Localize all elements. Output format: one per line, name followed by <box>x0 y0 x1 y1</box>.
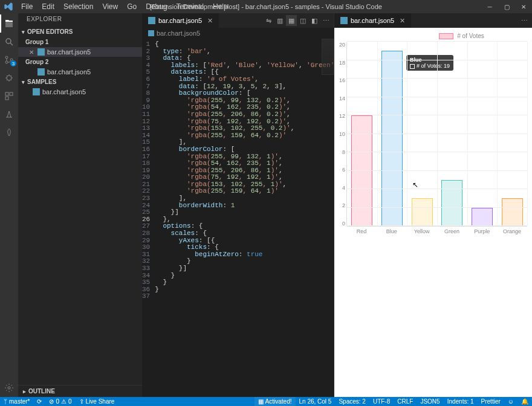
status-branch[interactable]: ᛘ master* <box>0 397 33 406</box>
samples-section[interactable]: ▾samples <box>18 77 142 87</box>
status-feedback-icon[interactable]: ☺ <box>504 397 517 406</box>
open-editors-label: Open Editors <box>27 28 73 35</box>
breadcrumb-label: bar.chart.json5 <box>157 30 200 37</box>
group-2-header[interactable]: Group 2 <box>18 57 142 67</box>
close-icon[interactable]: ✕ <box>29 49 34 56</box>
bar-red[interactable] <box>351 115 372 226</box>
json-file-icon <box>33 88 40 95</box>
json-file-icon <box>148 30 154 36</box>
svg-point-2 <box>5 61 8 63</box>
status-sync[interactable]: ⟳ <box>33 397 45 406</box>
window-title: [Extension Development Host] - bar.chart… <box>150 3 382 10</box>
group-1-label: Group 1 <box>25 39 48 45</box>
group-1-header[interactable]: Group 1 <box>18 37 142 47</box>
bar-green[interactable] <box>441 180 462 226</box>
tab-bar-2: bar.chart.json5 ✕ ⋯ <box>334 13 532 28</box>
outline-section[interactable]: ▸Outline <box>18 385 142 397</box>
activity-search-icon[interactable] <box>0 33 18 51</box>
chart-tooltip: Blue # of Votes: 19 <box>406 55 453 71</box>
bar-yellow[interactable] <box>412 198 433 226</box>
status-lang[interactable]: JSON5 <box>417 397 443 406</box>
chart-legend[interactable]: # of Votes <box>396 33 527 39</box>
tab-bar: bar.chart.json5 ✕ ⇋ ▥ ▦ ◫ ◧ ⋯ <box>142 13 334 28</box>
menu-view[interactable]: View <box>98 1 122 12</box>
samples-label: samples <box>27 79 56 85</box>
chart-preview: # of Votes 20181614121086420 Blue # of V… <box>334 28 532 397</box>
svg-rect-5 <box>5 92 8 95</box>
legend-swatch <box>439 33 453 39</box>
x-label: Blue <box>377 227 407 234</box>
chart-view-icon[interactable]: ▦ <box>286 15 297 26</box>
activity-extensions-icon[interactable] <box>0 87 18 105</box>
status-prettier[interactable]: Prettier <box>478 397 504 406</box>
status-indents[interactable]: Indents: 1 <box>444 397 478 406</box>
line-numbers: 1234567891011121314151617181920212223242… <box>142 39 155 397</box>
activity-remote-icon[interactable] <box>0 105 18 123</box>
outline-label: Outline <box>28 388 55 395</box>
status-bell-icon[interactable]: 🔔 <box>517 397 532 406</box>
svg-point-4 <box>7 76 11 80</box>
split-editor-icon[interactable]: ◧ <box>309 15 320 26</box>
status-liveshare[interactable]: ⇪ Live Share <box>76 397 118 406</box>
menu-go[interactable]: Go <box>123 1 141 12</box>
svg-point-0 <box>6 39 11 44</box>
bar-orange[interactable] <box>502 198 523 226</box>
code-content[interactable]: { type: 'bar', data: { labels: ['Red', '… <box>155 39 334 397</box>
activity-debug-icon[interactable] <box>0 69 18 87</box>
tooltip-swatch <box>410 64 415 69</box>
tab-bar-chart[interactable]: bar.chart.json5 ✕ <box>142 13 219 28</box>
status-spaces[interactable]: Spaces: 2 <box>335 397 369 406</box>
close-icon[interactable]: ✕ <box>400 17 405 25</box>
sidebar-title: Explorer <box>18 13 142 27</box>
close-icon[interactable]: ✕ <box>207 17 213 25</box>
file-tree-item[interactable]: bar.chart.json5 <box>18 87 142 97</box>
x-label: Red <box>346 227 377 234</box>
x-label: Orange <box>497 227 527 234</box>
activity-rocket-icon[interactable] <box>0 123 18 141</box>
file-name-label: bar.chart.json5 <box>47 48 91 56</box>
tab-label: bar.chart.json5 <box>158 17 202 24</box>
activity-bar: 3 <box>0 13 18 397</box>
tab-bar-chart-preview[interactable]: bar.chart.json5 ✕ <box>334 13 411 28</box>
editor-group-2: bar.chart.json5 ✕ ⋯ # of Votes 201816141… <box>334 13 532 397</box>
status-position[interactable]: Ln 26, Col 5 <box>296 397 336 406</box>
minimize-button[interactable]: ─ <box>481 0 498 13</box>
json-file-icon <box>340 17 348 24</box>
compare-icon[interactable]: ⇋ <box>263 15 274 26</box>
more-icon[interactable]: ⋯ <box>320 15 331 26</box>
open-editors-section[interactable]: ▾Open Editors <box>18 27 142 37</box>
svg-point-8 <box>8 387 10 389</box>
activity-settings-icon[interactable] <box>0 379 18 397</box>
activity-scm-icon[interactable]: 3 <box>0 51 18 69</box>
menu-selection[interactable]: Selection <box>59 1 97 12</box>
json-file-icon <box>37 68 45 76</box>
maximize-button[interactable]: ▢ <box>498 0 515 13</box>
status-eol[interactable]: CRLF <box>394 397 417 406</box>
menu-edit[interactable]: Edit <box>37 1 59 12</box>
code-editor[interactable]: 1234567891011121314151617181920212223242… <box>142 39 334 397</box>
more-icon[interactable]: ⋯ <box>519 15 530 26</box>
breadcrumb[interactable]: bar.chart.json5 <box>142 28 334 39</box>
x-label: Green <box>436 227 467 234</box>
close-window-button[interactable]: ✕ <box>515 0 532 13</box>
preview-side-icon[interactable]: ▥ <box>274 15 285 26</box>
status-encoding[interactable]: UTF-8 <box>369 397 394 406</box>
svg-point-1 <box>5 56 8 59</box>
title-bar: File Edit Selection View Go Debug Termin… <box>0 0 532 13</box>
bar-blue[interactable] <box>381 51 403 226</box>
activity-explorer-icon[interactable] <box>0 14 18 33</box>
explorer-sidebar: Explorer ▾Open Editors Group 1 ✕bar.char… <box>18 13 142 397</box>
x-axis: RedBlueYellowGreenPurpleOrange <box>346 227 527 234</box>
status-errors[interactable]: ⊘0 ⚠0 <box>45 397 75 406</box>
split-horizontal-icon[interactable]: ◫ <box>297 15 308 26</box>
open-editor-item-2[interactable]: bar.chart.json5 <box>18 67 142 77</box>
status-bar: ᛘ master* ⟳ ⊘0 ⚠0 ⇪ Live Share ▦ Activat… <box>0 397 532 406</box>
open-editor-item-1[interactable]: ✕bar.chart.json5 <box>18 47 142 57</box>
bar-purple[interactable] <box>472 208 493 227</box>
menu-file[interactable]: File <box>17 1 37 12</box>
json-file-icon <box>148 17 155 24</box>
chart-grid[interactable]: Blue # of Votes: 19 ↖ <box>346 42 527 227</box>
status-activated[interactable]: ▦ Activated! <box>255 397 296 406</box>
minimap[interactable] <box>322 39 334 75</box>
x-label: Purple <box>467 227 497 234</box>
